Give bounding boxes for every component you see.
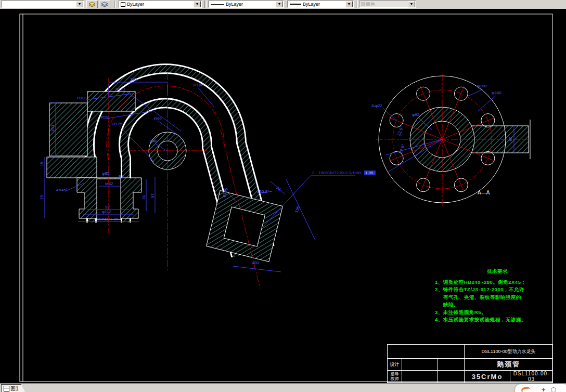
chevron-down-icon[interactable]: ▼ [194,1,201,7]
linetype-combo-value: ByLayer [224,2,276,7]
title-block-cell [402,370,438,382]
dim-label: 185 [130,77,137,82]
material: 35CrMo [464,370,510,382]
dim-label: R171 [115,87,126,92]
layers-yellow-icon [87,2,97,8]
plus-icon[interactable]: + [542,387,546,392]
color-combo-value: ByLayer [125,2,194,7]
dim-label: 400 [252,260,259,265]
gooseneck-section-view [45,73,355,289]
tech-req-line: 1、调质处理HB240~280。倒角2X45； [435,279,566,286]
lineweight-combo[interactable]: ByLayer ▼ [287,1,354,8]
technical-requirements: 技术要求 1、调质处理HB240~280。倒角2X45； 2、铸件符合TZ/JS… [435,268,566,324]
overlay-divider [536,387,536,392]
advisor-label-line1: 指导 [391,372,399,376]
dim-label: 135.8° [257,189,269,194]
dim-label: φ85 [102,171,110,176]
plotstyle-combo: 随颜色 ▼ [359,1,416,8]
circle-icon[interactable] [551,387,556,392]
design-label: 设计 [387,358,402,370]
lineweight-glyph-icon [290,4,301,5]
cad-window: ▼ ByLayer ▼ ByLayer ▼ ByL [0,0,566,392]
properties-toolbar: ▼ ByLayer ▼ ByLayer ▼ ByL [0,0,566,9]
drawing-number: DSL1100-00-03 [510,370,553,382]
sheet-tab-bar: 图1 [0,383,566,392]
lineweight-combo-value: ByLayer [301,2,345,7]
layer-combo[interactable]: ▼ [1,1,84,8]
make-object-layer-current-button[interactable] [86,1,98,8]
linetype-combo[interactable]: ByLayer ▼ [208,1,284,8]
dim-label: 4X45° [56,188,68,192]
dim-label: φ190 [477,84,487,88]
drawing-svg: 185 R171 R100 R10 R18 R125 R99 φ40 150 1… [0,9,566,383]
model-space-canvas[interactable]: 185 R171 R100 R10 R18 R125 R99 φ40 150 1… [0,9,566,383]
toolbar-separator [356,1,358,8]
advisor-label: 指导 教师 [387,370,402,382]
title-block-cell [438,358,464,370]
dim-label: M62 [105,181,113,186]
leader-note: 2 T80/GB/T2.5X3.3-1969 1.05 [312,171,376,175]
dim-label: 31 [142,195,146,200]
dim-label: 92 [105,205,110,210]
title-block-cell [438,370,464,382]
tech-req-line: 2、铸件符合TZ/JS-017-2000，不允许 [435,286,566,294]
advisor-label-line2: 教师 [391,376,399,381]
toolbar-separator [114,1,116,8]
dim-label: T80X5LH-8n [95,217,118,221]
note-number: 2 [312,171,315,175]
dim-label: R18 [101,115,109,120]
dim-label: R125 [112,122,123,126]
title-block-cell [387,344,464,358]
dim-label: φ92 [412,112,420,117]
note-text: T80/GB/T2.5X3.3-1969 [318,171,362,175]
chevron-down-icon[interactable]: ▼ [345,1,353,7]
dim-label: φ40 [150,139,158,143]
dim-label: 22.5° [398,143,406,154]
dim-label: 150 [50,125,55,132]
layer-previous-button[interactable] [99,1,110,8]
tech-req-line: 3、未注铸造圆角R5。 [435,309,566,317]
note-highlight: 1.05 [365,171,374,175]
section-label: A—A [478,190,490,195]
toolbar-separator [204,1,207,8]
sheet-tab-label: 图1 [10,385,19,392]
outlet-box [207,191,283,262]
chevron-down-icon[interactable]: ▼ [76,1,83,7]
dim-label: R99 [154,116,162,121]
capture-logo-icon [521,386,531,392]
chevron-down-icon[interactable]: ▼ [276,1,283,7]
dim-label: R100 [194,83,204,87]
chevron-down-icon: ▼ [408,1,415,7]
dim-label: R10 [77,96,85,100]
dim-label: 8-φ22 [371,103,383,108]
tech-req-line: 4、水压试验要求按试验规程，无渗漏。 [435,316,566,324]
assembly-title: DSL1100-00型动力水龙头 [464,344,553,358]
color-combo[interactable]: ByLayer ▼ [119,1,202,8]
dim-label: 80 [508,137,513,141]
sheet-icon [4,386,9,391]
dim-label: φ112 [102,210,111,214]
linetype-glyph-icon [211,4,224,5]
dim-label: φ240 [492,90,501,95]
part-name: 鹅颈管 [464,358,553,370]
tech-req-line: 有气孔、夹渣、裂纹等影响强度的 [435,294,566,302]
tech-req-line: 缺陷。 [435,301,566,309]
side-slab [47,157,97,178]
plotstyle-combo-value: 随颜色 [359,1,408,8]
dim-label: 37 [150,193,155,198]
layers-blue-icon [99,2,110,8]
capture-overlay: + [515,384,566,392]
dim-label: 195 [294,205,301,214]
sheet-tab[interactable]: 图1 [1,384,25,392]
dim-label: R3 [119,174,124,179]
top-plate [87,92,135,111]
dim-label: 22.5° [396,126,404,137]
dim-label: 15 [40,162,44,166]
color-swatch-icon [121,2,125,7]
flange-section-view [376,74,530,207]
tech-req-title: 技术要求 [456,268,539,276]
dim-label: 75 [40,195,44,200]
title-block-cell [402,358,438,370]
